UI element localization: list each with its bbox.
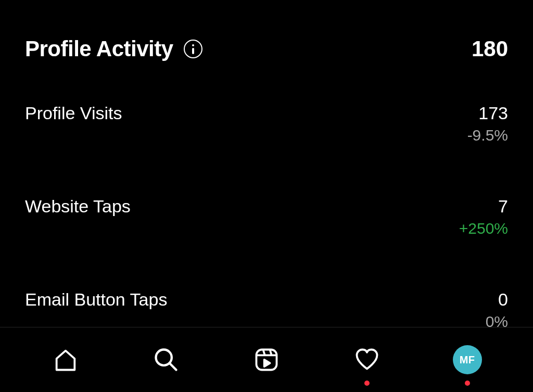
stat-row-website-taps: Website Taps 7 +250% <box>25 196 508 237</box>
stat-label: Email Button Taps <box>25 289 167 310</box>
header-row: Profile Activity 180 <box>25 36 508 61</box>
nav-profile[interactable]: MF <box>452 344 483 375</box>
stat-value: 0 <box>486 289 508 310</box>
stat-label: Profile Visits <box>25 103 122 123</box>
nav-reels[interactable] <box>251 344 282 375</box>
stat-change: -9.5% <box>467 127 508 144</box>
nav-search[interactable] <box>150 344 182 375</box>
total-value: 180 <box>472 36 508 61</box>
nav-activity[interactable] <box>351 344 383 375</box>
header-left: Profile Activity <box>25 36 202 61</box>
bottom-nav: MF <box>0 327 533 392</box>
info-icon[interactable] <box>184 40 202 58</box>
stat-right: 7 +250% <box>459 196 508 237</box>
nav-home[interactable] <box>50 344 81 375</box>
notification-dot-icon <box>465 381 470 386</box>
page-title: Profile Activity <box>25 36 173 61</box>
stat-right: 173 -9.5% <box>467 103 508 144</box>
stat-change: +250% <box>459 220 508 237</box>
stat-value: 173 <box>467 103 508 123</box>
svg-point-0 <box>192 44 194 46</box>
avatar-initials: MF <box>460 354 475 366</box>
svg-rect-4 <box>256 350 276 370</box>
main-content: Profile Activity 180 Profile Visits 173 … <box>0 0 533 331</box>
notification-dot-icon <box>364 381 370 386</box>
stat-value: 7 <box>459 196 508 217</box>
svg-line-3 <box>170 364 176 370</box>
stat-row-email-taps: Email Button Taps 0 0% <box>25 289 508 331</box>
stat-row-profile-visits: Profile Visits 173 -9.5% <box>25 103 508 144</box>
svg-rect-1 <box>192 48 194 54</box>
stat-right: 0 0% <box>486 289 508 331</box>
stat-label: Website Taps <box>25 196 131 217</box>
avatar: MF <box>453 345 482 374</box>
